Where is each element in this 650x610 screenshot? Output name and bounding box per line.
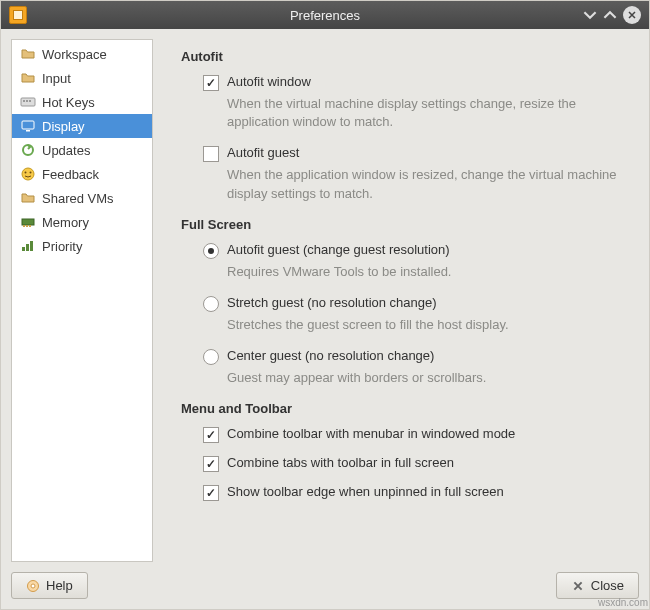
combine-tabs-option[interactable]: Combine tabs with toolbar in full screen [203,455,629,472]
show-edge-option[interactable]: Show toolbar edge when unpinned in full … [203,484,629,501]
app-icon [9,6,27,24]
svg-rect-3 [29,100,31,102]
sidebar-item-label: Display [42,119,85,134]
sidebar-item-priority[interactable]: Priority [12,234,152,258]
sidebar-item-label: Priority [42,239,82,254]
sidebar-item-label: Feedback [42,167,99,182]
close-window-button[interactable] [623,6,641,24]
option-label: Show toolbar edge when unpinned in full … [227,484,504,499]
svg-point-8 [25,172,27,174]
checkbox-icon[interactable] [203,456,219,472]
window-controls [583,6,649,24]
sidebar-item-input[interactable]: Input [12,66,152,90]
section-menutoolbar-title: Menu and Toolbar [181,401,629,416]
section-autofit-title: Autofit [181,49,629,64]
sidebar-item-label: Updates [42,143,90,158]
checkbox-icon[interactable] [203,485,219,501]
option-description: When the virtual machine display setting… [227,95,629,131]
updates-icon [20,142,36,158]
svg-point-7 [22,168,34,180]
combine-menubar-option[interactable]: Combine toolbar with menubar in windowed… [203,426,629,443]
chevron-up-icon[interactable] [603,8,617,22]
option-description: Requires VMware Tools to be installed. [227,263,629,281]
sidebar-item-shared-vms[interactable]: Shared VMs [12,186,152,210]
sidebar-item-label: Memory [42,215,89,230]
sidebar-item-updates[interactable]: Updates [12,138,152,162]
svg-rect-10 [22,219,34,225]
svg-rect-13 [29,225,31,227]
svg-point-9 [30,172,32,174]
footer: Help Close [1,562,649,609]
svg-rect-5 [26,130,30,132]
radio-icon[interactable] [203,243,219,259]
sidebar-item-memory[interactable]: Memory [12,210,152,234]
help-button[interactable]: Help [11,572,88,599]
priority-icon [20,238,36,254]
section-fullscreen-title: Full Screen [181,217,629,232]
autofit-guest-option[interactable]: Autofit guest [203,145,629,162]
sidebar-item-feedback[interactable]: Feedback [12,162,152,186]
sidebar-item-label: Shared VMs [42,191,114,206]
option-label: Center guest (no resolution change) [227,348,434,363]
keyboard-icon [20,94,36,110]
button-label: Help [46,578,73,593]
fullscreen-stretch-option[interactable]: Stretch guest (no resolution change) [203,295,629,312]
option-description: Guest may appear with borders or scrollb… [227,369,629,387]
option-description: Stretches the guest screen to fill the h… [227,316,629,334]
checkbox-icon[interactable] [203,146,219,162]
svg-rect-11 [23,225,25,227]
folder-icon [20,70,36,86]
sidebar-item-display[interactable]: Display [12,114,152,138]
body: WorkspaceInputHot KeysDisplayUpdatesFeed… [1,29,649,562]
option-label: Combine toolbar with menubar in windowed… [227,426,515,441]
fullscreen-center-option[interactable]: Center guest (no resolution change) [203,348,629,365]
option-label: Stretch guest (no resolution change) [227,295,437,310]
titlebar: Preferences [1,1,649,29]
folder-icon [20,190,36,206]
sidebar[interactable]: WorkspaceInputHot KeysDisplayUpdatesFeed… [11,39,153,562]
button-label: Close [591,578,624,593]
checkbox-icon[interactable] [203,75,219,91]
svg-rect-12 [26,225,28,227]
fullscreen-autofit-option[interactable]: Autofit guest (change guest resolution) [203,242,629,259]
option-label: Combine tabs with toolbar in full screen [227,455,454,470]
window-title: Preferences [1,8,649,23]
svg-rect-2 [26,100,28,102]
memory-icon [20,214,36,230]
sidebar-item-workspace[interactable]: Workspace [12,42,152,66]
svg-rect-14 [22,247,25,251]
sidebar-item-label: Hot Keys [42,95,95,110]
close-icon [571,579,585,593]
option-label: Autofit window [227,74,311,89]
svg-point-6 [23,145,33,155]
autofit-window-option[interactable]: Autofit window [203,74,629,91]
svg-rect-15 [26,244,29,251]
preferences-window: Preferences WorkspaceInputHot KeysDispla… [0,0,650,610]
sidebar-item-label: Workspace [42,47,107,62]
face-icon [20,166,36,182]
option-label: Autofit guest (change guest resolution) [227,242,450,257]
help-icon [26,579,40,593]
watermark: wsxdn.com [598,597,648,608]
radio-icon[interactable] [203,296,219,312]
radio-icon[interactable] [203,349,219,365]
close-button[interactable]: Close [556,572,639,599]
checkbox-icon[interactable] [203,427,219,443]
svg-rect-1 [23,100,25,102]
sidebar-item-label: Input [42,71,71,86]
svg-point-18 [31,584,35,588]
option-label: Autofit guest [227,145,299,160]
svg-rect-4 [22,121,34,129]
monitor-icon [20,118,36,134]
content-pane: Autofit Autofit window When the virtual … [161,39,639,562]
chevron-down-icon[interactable] [583,8,597,22]
footer-spacer [96,572,548,599]
option-description: When the application window is resized, … [227,166,629,202]
sidebar-item-hot-keys[interactable]: Hot Keys [12,90,152,114]
folder-icon [20,46,36,62]
svg-rect-16 [30,241,33,251]
